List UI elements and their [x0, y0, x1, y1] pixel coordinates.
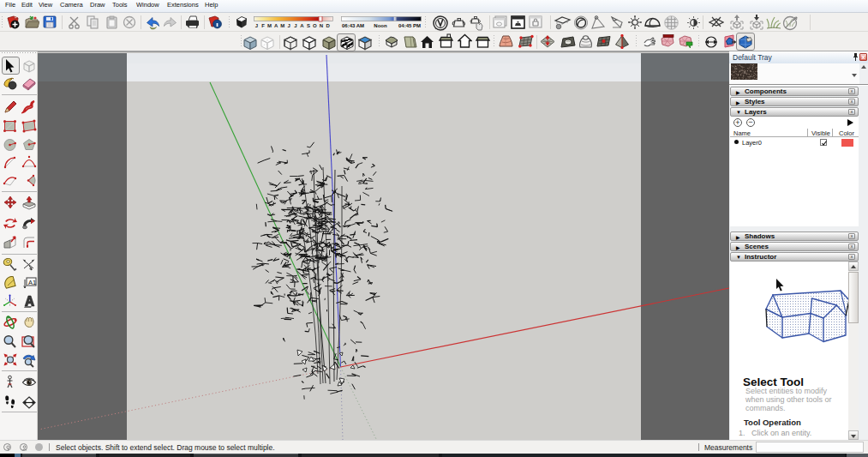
svg-text:J: J [294, 23, 296, 28]
svg-text:D: D [326, 23, 330, 28]
svg-text:M: M [280, 23, 284, 28]
svg-text:A1: A1 [28, 279, 36, 286]
svg-text:J: J [288, 23, 290, 28]
svg-text:O: O [313, 23, 317, 28]
svg-text:N: N [320, 23, 323, 28]
svg-text:04:45 PM: 04:45 PM [398, 23, 421, 28]
svg-text:06:43 AM: 06:43 AM [342, 23, 364, 28]
svg-text:J: J [255, 23, 258, 28]
svg-text:F: F [261, 23, 265, 28]
svg-text:M: M [267, 23, 272, 28]
svg-text:A: A [274, 23, 278, 28]
svg-text:Noon: Noon [374, 23, 387, 28]
svg-text:S: S [307, 23, 310, 28]
svg-text:A: A [300, 23, 304, 28]
